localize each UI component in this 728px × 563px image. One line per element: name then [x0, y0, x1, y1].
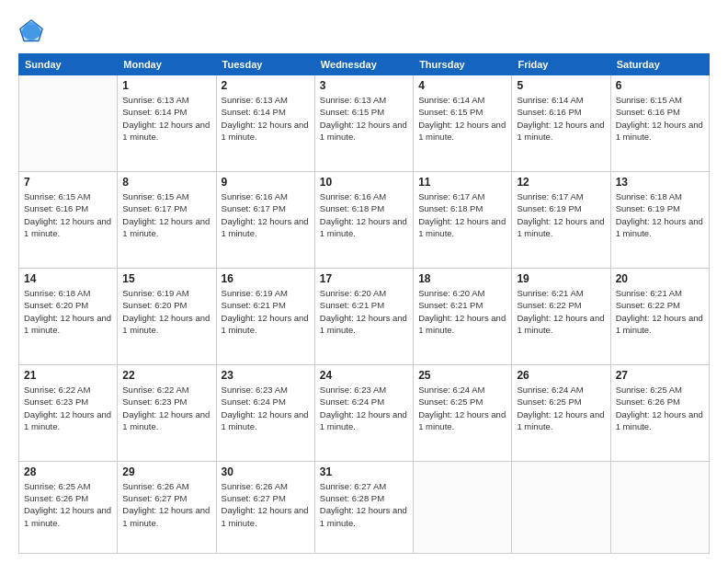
- day-info: Sunrise: 6:18 AMSunset: 6:20 PMDaylight:…: [24, 287, 112, 336]
- cell-w4-d4: [414, 461, 512, 553]
- day-number: 30: [222, 465, 310, 478]
- day-info: Sunrise: 6:13 AMSunset: 6:14 PMDaylight:…: [122, 94, 210, 143]
- header: [18, 18, 710, 44]
- day-number: 20: [616, 272, 704, 285]
- week-row-4: 28Sunrise: 6:25 AMSunset: 6:26 PMDayligh…: [19, 461, 710, 553]
- cell-w2-d2: 16Sunrise: 6:19 AMSunset: 6:21 PMDayligh…: [216, 268, 314, 364]
- cell-w3-d4: 25Sunrise: 6:24 AMSunset: 6:25 PMDayligh…: [414, 364, 512, 461]
- day-number: 19: [517, 272, 605, 285]
- cell-w4-d5: [512, 461, 610, 553]
- logo-icon: [18, 18, 44, 44]
- day-info: Sunrise: 6:15 AMSunset: 6:16 PMDaylight:…: [616, 94, 704, 143]
- day-info: Sunrise: 6:16 AMSunset: 6:18 PMDaylight:…: [320, 190, 408, 239]
- day-number: 25: [418, 369, 506, 382]
- cell-w0-d6: 6Sunrise: 6:15 AMSunset: 6:16 PMDaylight…: [610, 75, 709, 172]
- cell-w2-d1: 15Sunrise: 6:19 AMSunset: 6:20 PMDayligh…: [118, 268, 216, 364]
- day-info: Sunrise: 6:20 AMSunset: 6:21 PMDaylight:…: [418, 287, 506, 336]
- cell-w1-d0: 7Sunrise: 6:15 AMSunset: 6:16 PMDaylight…: [19, 171, 118, 268]
- day-number: 15: [122, 272, 210, 285]
- cell-w4-d1: 29Sunrise: 6:26 AMSunset: 6:27 PMDayligh…: [118, 461, 216, 553]
- day-info: Sunrise: 6:25 AMSunset: 6:26 PMDaylight:…: [616, 384, 704, 432]
- day-number: 29: [122, 465, 210, 478]
- header-wednesday: Wednesday: [314, 54, 413, 75]
- day-number: 6: [616, 79, 704, 92]
- day-info: Sunrise: 6:14 AMSunset: 6:16 PMDaylight:…: [517, 94, 605, 143]
- day-info: Sunrise: 6:19 AMSunset: 6:21 PMDaylight:…: [222, 287, 310, 336]
- day-info: Sunrise: 6:25 AMSunset: 6:26 PMDaylight:…: [24, 480, 112, 529]
- day-info: Sunrise: 6:26 AMSunset: 6:27 PMDaylight:…: [222, 480, 310, 529]
- day-info: Sunrise: 6:18 AMSunset: 6:19 PMDaylight:…: [616, 190, 704, 239]
- day-number: 12: [517, 176, 605, 189]
- cell-w3-d5: 26Sunrise: 6:24 AMSunset: 6:25 PMDayligh…: [512, 364, 610, 461]
- day-number: 26: [517, 369, 605, 382]
- cell-w3-d3: 24Sunrise: 6:23 AMSunset: 6:24 PMDayligh…: [314, 364, 413, 461]
- day-number: 21: [24, 369, 112, 382]
- cell-w2-d0: 14Sunrise: 6:18 AMSunset: 6:20 PMDayligh…: [19, 268, 118, 364]
- cell-w0-d2: 2Sunrise: 6:13 AMSunset: 6:14 PMDaylight…: [216, 75, 314, 172]
- day-info: Sunrise: 6:17 AMSunset: 6:18 PMDaylight:…: [418, 190, 506, 239]
- day-info: Sunrise: 6:19 AMSunset: 6:20 PMDaylight:…: [122, 287, 210, 336]
- day-info: Sunrise: 6:17 AMSunset: 6:19 PMDaylight:…: [517, 190, 605, 239]
- cell-w3-d6: 27Sunrise: 6:25 AMSunset: 6:26 PMDayligh…: [610, 364, 709, 461]
- day-info: Sunrise: 6:24 AMSunset: 6:25 PMDaylight:…: [517, 384, 605, 432]
- cell-w0-d5: 5Sunrise: 6:14 AMSunset: 6:16 PMDaylight…: [512, 75, 610, 172]
- cell-w4-d0: 28Sunrise: 6:25 AMSunset: 6:26 PMDayligh…: [19, 461, 118, 553]
- cell-w3-d2: 23Sunrise: 6:23 AMSunset: 6:24 PMDayligh…: [216, 364, 314, 461]
- day-info: Sunrise: 6:26 AMSunset: 6:27 PMDaylight:…: [122, 480, 210, 529]
- calendar-body: 1Sunrise: 6:13 AMSunset: 6:14 PMDaylight…: [19, 75, 710, 554]
- calendar-table: SundayMondayTuesdayWednesdayThursdayFrid…: [18, 53, 710, 554]
- day-info: Sunrise: 6:14 AMSunset: 6:15 PMDaylight:…: [418, 94, 506, 143]
- week-row-2: 14Sunrise: 6:18 AMSunset: 6:20 PMDayligh…: [19, 268, 710, 364]
- header-thursday: Thursday: [414, 54, 512, 75]
- cell-w4-d3: 31Sunrise: 6:27 AMSunset: 6:28 PMDayligh…: [314, 461, 413, 553]
- cell-w2-d5: 19Sunrise: 6:21 AMSunset: 6:22 PMDayligh…: [512, 268, 610, 364]
- day-number: 18: [418, 272, 506, 285]
- day-info: Sunrise: 6:24 AMSunset: 6:25 PMDaylight:…: [418, 384, 506, 432]
- cell-w0-d3: 3Sunrise: 6:13 AMSunset: 6:15 PMDaylight…: [314, 75, 413, 172]
- day-info: Sunrise: 6:15 AMSunset: 6:17 PMDaylight:…: [122, 190, 210, 239]
- day-number: 22: [122, 369, 210, 382]
- day-number: 3: [320, 79, 408, 92]
- cell-w1-d6: 13Sunrise: 6:18 AMSunset: 6:19 PMDayligh…: [610, 171, 709, 268]
- cell-w0-d0: [19, 75, 118, 172]
- header-row: SundayMondayTuesdayWednesdayThursdayFrid…: [19, 54, 710, 75]
- day-info: Sunrise: 6:21 AMSunset: 6:22 PMDaylight:…: [517, 287, 605, 336]
- header-monday: Monday: [118, 54, 216, 75]
- day-info: Sunrise: 6:27 AMSunset: 6:28 PMDaylight:…: [320, 480, 408, 529]
- day-number: 31: [320, 465, 408, 478]
- day-number: 2: [222, 79, 310, 92]
- day-number: 17: [320, 272, 408, 285]
- calendar-header: SundayMondayTuesdayWednesdayThursdayFrid…: [19, 54, 710, 75]
- day-info: Sunrise: 6:21 AMSunset: 6:22 PMDaylight:…: [616, 287, 704, 336]
- cell-w1-d4: 11Sunrise: 6:17 AMSunset: 6:18 PMDayligh…: [414, 171, 512, 268]
- header-saturday: Saturday: [610, 54, 709, 75]
- day-number: 11: [418, 176, 506, 189]
- cell-w4-d2: 30Sunrise: 6:26 AMSunset: 6:27 PMDayligh…: [216, 461, 314, 553]
- day-info: Sunrise: 6:22 AMSunset: 6:23 PMDaylight:…: [24, 384, 112, 432]
- day-number: 27: [616, 369, 704, 382]
- day-number: 13: [616, 176, 704, 189]
- cell-w1-d1: 8Sunrise: 6:15 AMSunset: 6:17 PMDaylight…: [118, 171, 216, 268]
- day-number: 9: [222, 176, 310, 189]
- cell-w2-d3: 17Sunrise: 6:20 AMSunset: 6:21 PMDayligh…: [314, 268, 413, 364]
- day-info: Sunrise: 6:13 AMSunset: 6:14 PMDaylight:…: [222, 94, 310, 143]
- day-number: 28: [24, 465, 112, 478]
- cell-w1-d3: 10Sunrise: 6:16 AMSunset: 6:18 PMDayligh…: [314, 171, 413, 268]
- week-row-1: 7Sunrise: 6:15 AMSunset: 6:16 PMDaylight…: [19, 171, 710, 268]
- cell-w0-d1: 1Sunrise: 6:13 AMSunset: 6:14 PMDaylight…: [118, 75, 216, 172]
- week-row-0: 1Sunrise: 6:13 AMSunset: 6:14 PMDaylight…: [19, 75, 710, 172]
- day-number: 14: [24, 272, 112, 285]
- header-friday: Friday: [512, 54, 610, 75]
- day-info: Sunrise: 6:23 AMSunset: 6:24 PMDaylight:…: [222, 384, 310, 432]
- day-number: 8: [122, 176, 210, 189]
- cell-w3-d0: 21Sunrise: 6:22 AMSunset: 6:23 PMDayligh…: [19, 364, 118, 461]
- day-info: Sunrise: 6:13 AMSunset: 6:15 PMDaylight:…: [320, 94, 408, 143]
- day-number: 5: [517, 79, 605, 92]
- logo: [18, 18, 48, 44]
- day-info: Sunrise: 6:15 AMSunset: 6:16 PMDaylight:…: [24, 190, 112, 239]
- cell-w4-d6: [610, 461, 709, 553]
- week-row-3: 21Sunrise: 6:22 AMSunset: 6:23 PMDayligh…: [19, 364, 710, 461]
- page: SundayMondayTuesdayWednesdayThursdayFrid…: [0, 0, 728, 563]
- header-sunday: Sunday: [19, 54, 118, 75]
- cell-w1-d2: 9Sunrise: 6:16 AMSunset: 6:17 PMDaylight…: [216, 171, 314, 268]
